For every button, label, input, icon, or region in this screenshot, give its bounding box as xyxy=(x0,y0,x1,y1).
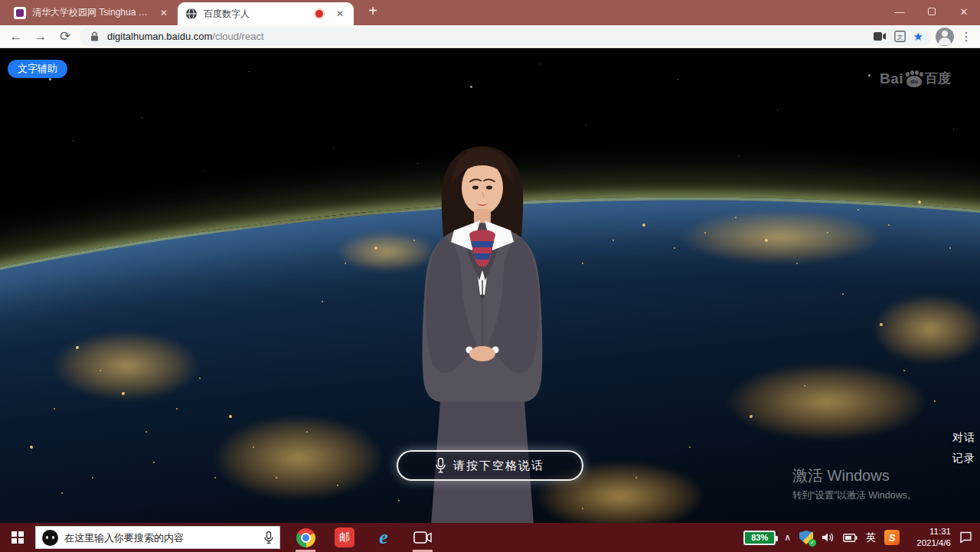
lock-icon xyxy=(87,30,101,44)
recording-indicator-icon xyxy=(315,10,323,18)
cortana-icon xyxy=(42,530,58,546)
tray-chevron-icon[interactable]: ∧ xyxy=(784,532,791,543)
svg-text:文: 文 xyxy=(897,34,903,41)
windows-taskbar: 邮 e 83% ∧ ✓ 英 S 11:31 xyxy=(0,523,980,552)
defender-shield-icon[interactable]: ✓ xyxy=(799,531,813,544)
maximize-button[interactable] xyxy=(916,0,948,23)
baidu-paw-du: du xyxy=(906,76,922,87)
tab-title: 清华大学校园网 Tsinghua Univ xyxy=(32,6,152,19)
baidu-paw-icon: du xyxy=(905,70,923,87)
url-domain: digitalhuman.baidu.com xyxy=(107,31,212,42)
system-tray: 83% ∧ ✓ 英 S 11:31 2021/4/6 xyxy=(743,526,980,549)
taskbar-search-input[interactable] xyxy=(64,532,258,544)
url-path: /cloud/react xyxy=(212,31,263,42)
back-button[interactable]: ← xyxy=(6,27,26,47)
screen: 清华大学校园网 Tsinghua Univ ✕ 百度数字人 ✕ + — ✕ ← … xyxy=(0,0,980,552)
start-button[interactable] xyxy=(0,523,35,552)
mail-icon: 邮 xyxy=(335,528,354,547)
side-buttons: 对话 记录 xyxy=(952,431,975,465)
city-lights xyxy=(681,211,880,264)
globe-favicon xyxy=(185,8,198,20)
translate-icon[interactable]: 文 xyxy=(893,30,907,44)
ime-language-indicator[interactable]: 英 xyxy=(866,531,876,544)
tab-close-icon[interactable]: ✕ xyxy=(158,7,170,19)
internet-explorer-icon: e xyxy=(379,528,388,547)
tab-title: 百度数字人 xyxy=(204,8,309,21)
taskbar-clock[interactable]: 11:31 2021/4/6 xyxy=(908,526,951,549)
baidu-logo-latin: Bai xyxy=(880,70,903,87)
text-assist-button[interactable]: 文字辅助 xyxy=(8,60,67,78)
microphone-icon xyxy=(436,458,446,473)
city-lights xyxy=(214,416,383,500)
pinned-apps: 邮 e xyxy=(294,523,434,552)
sogou-input-icon[interactable]: S xyxy=(884,530,900,545)
forward-button[interactable]: → xyxy=(31,27,51,47)
clock-date: 2021/4/6 xyxy=(908,537,951,549)
reload-button[interactable]: ⟳ xyxy=(55,27,75,47)
camera-app-icon xyxy=(413,531,432,544)
chrome-icon xyxy=(296,528,315,547)
mail-taskbar-icon[interactable]: 邮 xyxy=(333,523,356,552)
close-window-button[interactable]: ✕ xyxy=(948,0,980,23)
battery-tray-icon[interactable] xyxy=(843,534,858,542)
baidu-logo-hanzi: 百度 xyxy=(925,70,951,87)
camera-in-use-icon[interactable] xyxy=(874,30,887,44)
speaker-icon[interactable] xyxy=(822,532,835,543)
search-mic-icon[interactable] xyxy=(264,531,273,544)
defender-check: ✓ xyxy=(808,539,816,547)
window-controls: — ✕ xyxy=(884,0,980,23)
tsinghua-favicon xyxy=(14,7,26,19)
new-tab-button[interactable]: + xyxy=(363,1,383,21)
internet-explorer-taskbar-icon[interactable]: e xyxy=(372,523,395,552)
watermark-line1: 激活 Windows xyxy=(792,465,917,486)
profile-avatar[interactable] xyxy=(936,28,954,46)
record-button[interactable]: 记录 xyxy=(952,452,975,465)
taskbar-search-box[interactable] xyxy=(35,526,280,549)
push-to-talk-label: 请按下空格说话 xyxy=(453,459,544,473)
tab-tsinghua[interactable]: 清华大学校园网 Tsinghua Univ ✕ xyxy=(6,0,178,25)
browser-toolbar: ← → ⟳ digitalhuman.baidu.com/cloud/react… xyxy=(0,25,980,48)
city-lights xyxy=(54,332,199,400)
camera-app-taskbar-icon[interactable] xyxy=(411,523,434,552)
activate-windows-watermark: 激活 Windows 转到“设置”以激活 Windows。 xyxy=(792,465,917,502)
battery-percent-badge[interactable]: 83% xyxy=(743,531,776,545)
clock-time: 11:31 xyxy=(908,526,951,537)
digital-human-page: 文字辅助 Bai du 百度 请按下空格说话 对话 记录 激活 Windows … xyxy=(0,48,980,523)
bookmark-star-icon[interactable]: ★ xyxy=(913,30,923,44)
baidu-logo: Bai du 百度 xyxy=(880,70,951,87)
notification-center-icon[interactable] xyxy=(959,531,972,544)
watermark-line2: 转到“设置”以激活 Windows。 xyxy=(792,489,917,502)
tab-close-icon[interactable]: ✕ xyxy=(334,8,346,20)
dialog-button[interactable]: 对话 xyxy=(952,431,975,445)
tab-baidu-digital-human[interactable]: 百度数字人 ✕ xyxy=(178,2,354,25)
city-lights-dots xyxy=(0,48,2,50)
browser-menu-icon[interactable]: ⋮ xyxy=(959,29,974,44)
windows-logo-icon xyxy=(11,531,24,544)
url-text: digitalhuman.baidu.com/cloud/react xyxy=(107,31,264,42)
city-lights xyxy=(727,364,926,440)
city-lights xyxy=(873,295,980,364)
text-assist-label: 文字辅助 xyxy=(18,62,57,76)
address-bar[interactable]: digitalhuman.baidu.com/cloud/react 文 ★ xyxy=(80,28,931,46)
push-to-talk-button[interactable]: 请按下空格说话 xyxy=(397,450,583,481)
browser-titlebar: 清华大学校园网 Tsinghua Univ ✕ 百度数字人 ✕ + — ✕ xyxy=(0,0,980,25)
chrome-taskbar-icon[interactable] xyxy=(294,523,317,552)
maximize-icon xyxy=(928,8,936,15)
starfield xyxy=(4,56,5,57)
minimize-button[interactable]: — xyxy=(884,0,916,23)
